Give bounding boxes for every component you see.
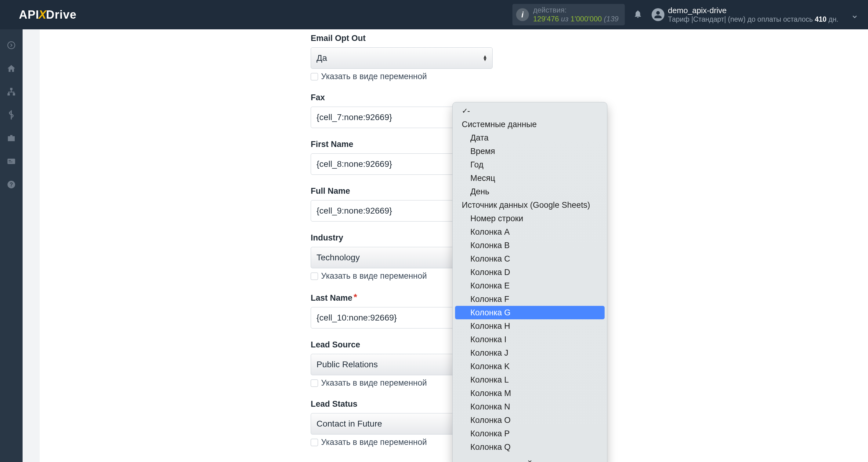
dd-item-col-n[interactable]: Колонка N xyxy=(455,400,604,413)
chevron-down-icon: ⌄ xyxy=(850,9,859,21)
actions-text: действия: 129'476 из 1'000'000 (139 xyxy=(533,6,619,24)
actions-counter[interactable]: i действия: 129'476 из 1'000'000 (139 xyxy=(513,4,625,25)
svg-rect-6 xyxy=(8,162,12,162)
actions-label: действия: xyxy=(533,6,619,15)
dd-item-col-m[interactable]: Колонка M xyxy=(455,386,604,400)
actions-open: (139 xyxy=(602,15,619,23)
actions-of: из xyxy=(559,15,570,23)
dropdown-more-icon[interactable]: ⌄ xyxy=(455,455,604,462)
tariff-line: Тариф |Стандарт| (new) до оплаты осталос… xyxy=(668,15,838,24)
logo-post: Drive xyxy=(46,8,76,21)
svg-rect-1 xyxy=(10,88,12,90)
info-icon: i xyxy=(516,8,529,21)
username: demo_apix-drive xyxy=(668,6,838,15)
required-asterisk: * xyxy=(354,292,358,302)
sidebar-card-icon[interactable] xyxy=(0,150,23,173)
sidebar-briefcase-icon[interactable] xyxy=(0,126,23,150)
dd-item-col-e[interactable]: Колонка E xyxy=(455,279,604,292)
logo-mid: X xyxy=(38,8,46,21)
dd-item-date[interactable]: Дата xyxy=(455,131,604,145)
dd-item-col-i[interactable]: Колонка I xyxy=(455,333,604,346)
user-menu[interactable]: demo_apix-drive Тариф |Стандарт| (new) д… xyxy=(652,6,859,24)
dd-item-col-j[interactable]: Колонка J xyxy=(455,346,604,359)
sidebar-connections-icon[interactable] xyxy=(0,80,23,103)
dd-text: - xyxy=(467,106,470,116)
dd-item-month[interactable]: Месяц xyxy=(455,171,604,185)
bell-icon[interactable] xyxy=(633,9,643,20)
sidebar-home-icon[interactable] xyxy=(0,57,23,80)
svg-text:?: ? xyxy=(10,181,13,187)
dd-group-source: Источник данных (Google Sheets) xyxy=(455,198,604,212)
tariff-suffix: дн. xyxy=(827,15,838,23)
svg-point-0 xyxy=(8,41,14,49)
checkbox-label: Указать в виде переменной xyxy=(321,378,427,388)
label-email-opt-out: Email Opt Out xyxy=(311,34,494,43)
svg-rect-2 xyxy=(8,93,10,96)
logo[interactable]: API X Drive xyxy=(19,8,76,21)
sidebar-billing-icon[interactable] xyxy=(0,103,23,126)
checkbox[interactable] xyxy=(311,272,318,280)
label-fax: Fax xyxy=(311,93,494,103)
dd-item-col-g[interactable]: Колонка G xyxy=(455,306,604,319)
select-email-opt-out[interactable]: Да ▲▼ xyxy=(311,47,493,69)
svg-rect-4 xyxy=(8,158,15,164)
dd-item-col-p[interactable]: Колонка P xyxy=(455,427,604,440)
dd-item-col-h[interactable]: Колонка H xyxy=(455,319,604,333)
label-text: Last Name xyxy=(311,293,352,302)
checkbox-label: Указать в виде переменной xyxy=(321,271,427,281)
dd-item-rownum[interactable]: Номер строки xyxy=(455,212,604,225)
input-value: {cell_10:none:92669} xyxy=(316,313,397,323)
field-email-opt-out: Email Opt Out Да ▲▼ Указать в виде перем… xyxy=(311,34,494,81)
dd-item-col-k[interactable]: Колонка K xyxy=(455,359,604,373)
sidebar: ? xyxy=(0,29,23,462)
dd-item-day[interactable]: День xyxy=(455,185,604,198)
checkbox[interactable] xyxy=(311,73,318,80)
select-value: Public Relations xyxy=(316,359,378,369)
dd-group-system: Системные данные xyxy=(455,118,604,131)
checkbox-label: Указать в виде переменной xyxy=(321,438,427,447)
select-value: Technology xyxy=(316,253,360,262)
dd-item-col-a[interactable]: Колонка A xyxy=(455,225,604,239)
checkbox[interactable] xyxy=(311,439,318,446)
dd-item-col-o[interactable]: Колонка O xyxy=(455,413,604,427)
topbar: API X Drive i действия: 129'476 из 1'000… xyxy=(0,0,868,29)
checkbox-row[interactable]: Указать в виде переменной xyxy=(311,72,494,81)
select-value: Contact in Future xyxy=(316,419,382,429)
topbar-right: i действия: 129'476 из 1'000'000 (139 de… xyxy=(513,0,859,29)
updown-icon: ▲▼ xyxy=(483,55,488,61)
dd-item-col-b[interactable]: Колонка B xyxy=(455,239,604,252)
sidebar-help-icon[interactable]: ? xyxy=(0,173,23,196)
dd-item-col-f[interactable]: Колонка F xyxy=(455,292,604,306)
user-text: demo_apix-drive Тариф |Стандарт| (new) д… xyxy=(668,6,838,24)
dd-item-col-c[interactable]: Колонка C xyxy=(455,252,604,265)
avatar xyxy=(652,8,664,21)
variable-dropdown[interactable]: - Системные данные Дата Время Год Месяц … xyxy=(452,102,607,462)
checkbox[interactable] xyxy=(311,379,318,387)
input-value: {cell_8:none:92669} xyxy=(316,159,392,169)
logo-pre: API xyxy=(19,8,39,21)
dd-item-time[interactable]: Время xyxy=(455,145,604,158)
actions-used: 129'476 xyxy=(533,15,559,23)
input-value: {cell_7:none:92669} xyxy=(316,112,392,122)
tariff-days: 410 xyxy=(815,15,827,23)
dd-item-none[interactable]: - xyxy=(455,104,604,118)
dd-item-year[interactable]: Год xyxy=(455,158,604,171)
tariff-pre: Тариф |Стандарт| (new) до оплаты осталос… xyxy=(668,15,815,23)
svg-rect-3 xyxy=(13,93,15,96)
select-value: Да xyxy=(316,53,327,63)
checkbox-label: Указать в виде переменной xyxy=(321,72,427,81)
dd-item-col-q[interactable]: Колонка Q xyxy=(455,440,604,454)
dd-item-col-d[interactable]: Колонка D xyxy=(455,265,604,279)
actions-total: 1'000'000 xyxy=(570,15,602,23)
sidebar-collapse-icon[interactable] xyxy=(0,34,23,57)
dd-item-col-l[interactable]: Колонка L xyxy=(455,373,604,386)
svg-rect-5 xyxy=(8,160,11,161)
input-value: {cell_9:none:92669} xyxy=(316,206,392,216)
